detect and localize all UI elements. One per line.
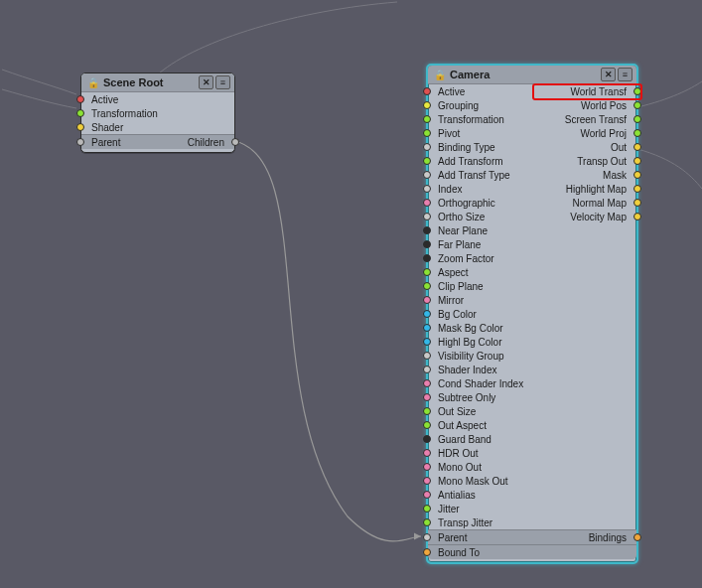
port-output[interactable] — [633, 171, 641, 179]
node-camera[interactable]: 🔒 Camera ✕ ≡ ActiveWorld TransfGroupingW… — [426, 64, 638, 564]
port-parent[interactable] — [76, 138, 84, 146]
port-input[interactable] — [423, 87, 431, 95]
close-icon[interactable]: ✕ — [601, 68, 616, 81]
port-output[interactable] — [633, 143, 641, 151]
port-input[interactable] — [423, 352, 431, 360]
port-input[interactable] — [423, 226, 431, 234]
param-label: Out Aspect — [438, 420, 532, 431]
output-label: World Pos — [532, 100, 627, 111]
node-titlebar[interactable]: 🔒 Scene Root ✕ ≡ — [81, 74, 234, 92]
port-input[interactable] — [423, 366, 431, 373]
port-input[interactable] — [423, 157, 431, 165]
param-label: Transp Jitter — [438, 517, 532, 528]
port-input[interactable] — [423, 533, 431, 541]
port-input[interactable] — [423, 143, 431, 151]
port-output[interactable] — [633, 185, 641, 193]
param-row: GroupingWorld Pos — [428, 98, 636, 112]
param-label: Add Transform — [438, 156, 532, 167]
port-output[interactable] — [633, 129, 641, 137]
port-input[interactable] — [423, 477, 431, 485]
footer-row: ParentBindings — [428, 529, 636, 544]
port-input[interactable] — [423, 518, 431, 526]
param-row: Far Plane — [428, 237, 636, 251]
port-input[interactable] — [423, 449, 431, 457]
port-output[interactable] — [633, 157, 641, 165]
input-row: Shader — [81, 120, 234, 134]
param-row: Near Plane — [428, 223, 636, 237]
port-input[interactable] — [423, 254, 431, 262]
port-output[interactable] — [633, 87, 641, 95]
input-row: Transformation — [81, 106, 234, 120]
output-label: World Transf — [532, 86, 627, 97]
param-row: Shader Index — [428, 363, 636, 376]
menu-icon[interactable]: ≡ — [618, 68, 632, 81]
close-icon[interactable]: ✕ — [199, 75, 213, 89]
menu-icon[interactable]: ≡ — [215, 75, 230, 89]
port-input[interactable] — [423, 338, 431, 346]
port-output[interactable] — [633, 213, 641, 220]
output-label: Transp Out — [532, 156, 627, 167]
output-label: Velocity Map — [532, 212, 627, 222]
port-input[interactable] — [423, 310, 431, 318]
port-output[interactable] — [633, 533, 641, 541]
lock-icon: 🔒 — [87, 77, 99, 88]
param-row: Cond Shader Index — [428, 376, 636, 390]
node-title: Scene Root — [103, 76, 197, 88]
port-input[interactable] — [423, 393, 431, 401]
node-titlebar[interactable]: 🔒 Camera ✕ ≡ — [428, 66, 636, 84]
port-input[interactable] — [423, 379, 431, 387]
port-input[interactable] — [423, 213, 431, 220]
param-label: Guard Band — [438, 434, 532, 445]
port-input[interactable] — [423, 199, 431, 207]
param-row: IndexHighlight Map — [428, 182, 636, 196]
port-input[interactable] — [423, 240, 431, 248]
port-input[interactable] — [76, 95, 84, 103]
footer-row: Bound To — [428, 544, 636, 559]
param-label: Mono Out — [438, 462, 532, 473]
port-input[interactable] — [423, 435, 431, 443]
param-label: Zoom Factor — [438, 253, 532, 264]
param-label: Antialias — [438, 490, 532, 501]
port-output[interactable] — [633, 101, 641, 109]
param-row: Mask Bg Color — [428, 321, 636, 335]
port-input[interactable] — [423, 407, 431, 415]
param-label: Bg Color — [438, 309, 532, 320]
param-label: Cond Shader Index — [438, 378, 532, 389]
port-input[interactable] — [423, 548, 431, 556]
port-input[interactable] — [423, 101, 431, 109]
port-input[interactable] — [423, 421, 431, 429]
port-input[interactable] — [423, 282, 431, 290]
param-label: Active — [438, 86, 532, 97]
port-input[interactable] — [423, 491, 431, 499]
port-output[interactable] — [633, 199, 641, 207]
param-row: Clip Plane — [428, 279, 636, 293]
port-input[interactable] — [423, 115, 431, 123]
port-input[interactable] — [423, 185, 431, 193]
param-row: Out Aspect — [428, 418, 636, 432]
port-input[interactable] — [423, 268, 431, 276]
param-row: Zoom Factor — [428, 251, 636, 265]
param-label: Add Transf Type — [438, 170, 532, 181]
port-input[interactable] — [423, 129, 431, 137]
port-input[interactable] — [76, 109, 84, 117]
param-label: Transformation — [438, 114, 532, 125]
node-scene-root[interactable]: 🔒 Scene Root ✕ ≡ ActiveTransformationSha… — [80, 73, 235, 153]
output-label: World Proj — [532, 128, 627, 139]
port-input[interactable] — [76, 123, 84, 131]
param-label: Aspect — [438, 267, 532, 278]
param-label: Mask Bg Color — [438, 323, 532, 334]
port-input[interactable] — [423, 296, 431, 304]
port-input[interactable] — [423, 324, 431, 332]
param-row: Mono Out — [428, 460, 636, 474]
output-label: Mask — [532, 170, 627, 181]
port-input[interactable] — [423, 505, 431, 513]
param-row: HDR Out — [428, 446, 636, 460]
port-children[interactable] — [231, 138, 239, 146]
param-label: Pivot — [438, 128, 532, 139]
port-output[interactable] — [633, 115, 641, 123]
param-label: Near Plane — [438, 225, 532, 236]
port-input[interactable] — [423, 171, 431, 179]
port-input[interactable] — [423, 463, 431, 471]
node-footer: Parent Children — [81, 134, 234, 149]
param-row: Add Transf TypeMask — [428, 168, 636, 182]
